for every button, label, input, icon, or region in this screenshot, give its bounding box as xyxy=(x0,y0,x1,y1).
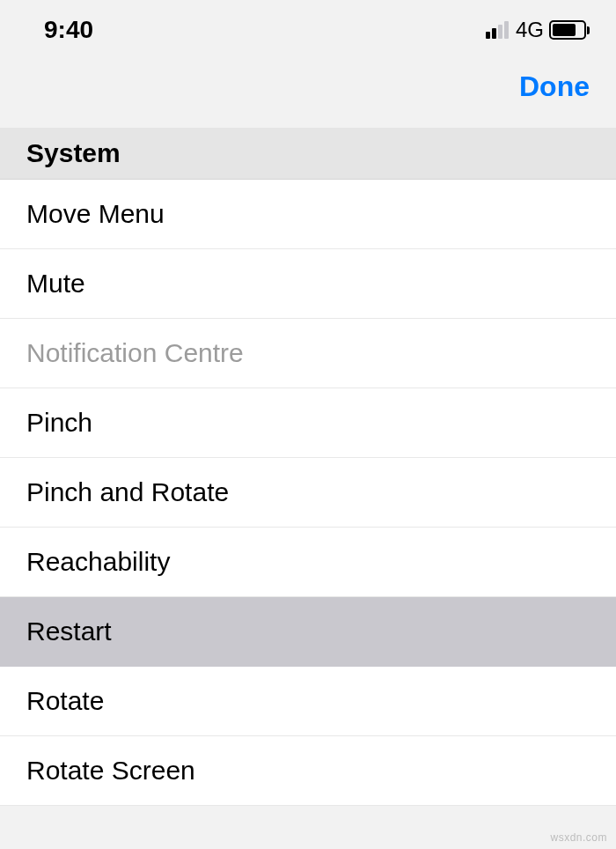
status-indicators: 4G xyxy=(486,18,590,42)
list-item-pinch-and-rotate[interactable]: Pinch and Rotate xyxy=(0,458,616,528)
list-item-mute[interactable]: Mute xyxy=(0,249,616,319)
system-list: Move Menu Mute Notification Centre Pinch… xyxy=(0,180,616,806)
list-item-reachability[interactable]: Reachability xyxy=(0,528,616,597)
battery-icon xyxy=(549,20,590,40)
list-item-move-menu[interactable]: Move Menu xyxy=(0,180,616,249)
status-time: 9:40 xyxy=(44,16,93,44)
list-item-restart[interactable]: Restart xyxy=(0,597,616,667)
section-header-system: System xyxy=(0,128,616,180)
nav-bar: Done xyxy=(0,53,616,128)
watermark: wsxdn.com xyxy=(550,831,607,844)
signal-icon xyxy=(486,21,509,39)
list-item-rotate-screen[interactable]: Rotate Screen xyxy=(0,736,616,806)
status-bar: 9:40 4G xyxy=(0,0,616,53)
list-item-rotate[interactable]: Rotate xyxy=(0,667,616,736)
done-button[interactable]: Done xyxy=(519,70,590,103)
list-item-pinch[interactable]: Pinch xyxy=(0,388,616,458)
list-item-notification-centre: Notification Centre xyxy=(0,319,616,388)
network-label: 4G xyxy=(516,18,544,42)
